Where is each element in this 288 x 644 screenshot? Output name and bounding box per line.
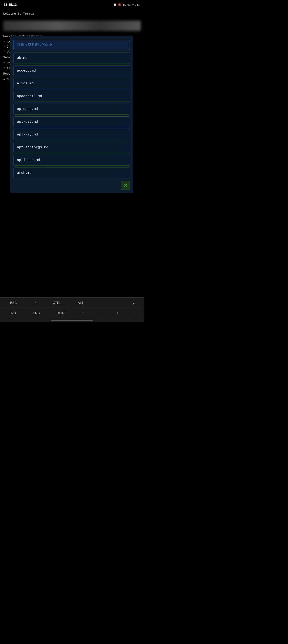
- key-right[interactable]: →: [133, 311, 135, 315]
- close-icon: ✕: [124, 183, 128, 188]
- status-bar: 13:35:13 ⏰ 🔕 5G 5G ○ 33%: [0, 0, 144, 9]
- alarm-icon: ⏰: [113, 3, 116, 6]
- keyboard-row-1: ESC ⇥ CTRL ALT − ↑ ↵: [0, 297, 144, 308]
- battery-icon: ○: [132, 3, 134, 6]
- key-shift[interactable]: SHIFT: [55, 310, 67, 316]
- blurred-content-1: [3, 21, 141, 31]
- list-item[interactable]: alias.md: [14, 78, 130, 89]
- mute-icon: 🔕: [118, 3, 121, 6]
- key-minus[interactable]: −: [98, 300, 103, 306]
- search-input-wrapper[interactable]: [14, 40, 130, 50]
- keyboard-bar: ESC ⇥ CTRL ALT − ↑ ↵ INS END SHIFT : ← ↓…: [0, 297, 144, 322]
- list-item[interactable]: apachectl.md: [14, 91, 130, 102]
- key-alt[interactable]: ALT: [76, 300, 85, 306]
- close-button[interactable]: ✕: [121, 181, 130, 190]
- search-input[interactable]: [14, 40, 130, 50]
- key-up[interactable]: ↑: [117, 301, 120, 305]
- key-left[interactable]: ←: [100, 311, 102, 315]
- list-item[interactable]: arch.md: [14, 168, 130, 178]
- list-item[interactable]: aptitude.md: [14, 155, 130, 166]
- list-item[interactable]: apt-key.md: [14, 129, 130, 140]
- file-list: ab.md accept.md alias.md apachectl.md ap…: [14, 52, 130, 178]
- terminal-line-1: Welcome to Termux!: [3, 12, 141, 16]
- key-tab[interactable]: ⇥: [32, 300, 38, 306]
- key-enter[interactable]: ↵: [133, 300, 136, 305]
- key-end[interactable]: END: [31, 310, 41, 316]
- key-ctrl[interactable]: CTRL: [51, 300, 63, 306]
- scrollbar-indicator: [51, 320, 93, 320]
- signal-icon: 5G: [123, 3, 126, 6]
- battery-percent: 33%: [135, 3, 140, 6]
- list-item[interactable]: accept.md: [14, 65, 130, 76]
- list-item[interactable]: ab.md: [14, 52, 130, 64]
- keyboard-row-2: INS END SHIFT : ← ↓ →: [0, 308, 144, 318]
- key-down[interactable]: ↓: [116, 311, 119, 315]
- list-item[interactable]: apt-sortpkgs.md: [14, 142, 130, 153]
- list-item[interactable]: apropos.md: [14, 104, 130, 114]
- status-icons: ⏰ 🔕 5G 5G ○ 33%: [113, 3, 140, 6]
- key-esc[interactable]: ESC: [9, 300, 18, 306]
- list-item[interactable]: apt-get.md: [14, 116, 130, 127]
- status-time: 13:35:13: [4, 3, 17, 6]
- key-colon[interactable]: :: [82, 310, 86, 316]
- signal2-icon: 5G: [128, 3, 131, 6]
- close-btn-row: ✕: [14, 181, 130, 190]
- key-ins[interactable]: INS: [9, 310, 17, 316]
- search-dialog: ab.md accept.md alias.md apachectl.md ap…: [10, 36, 133, 193]
